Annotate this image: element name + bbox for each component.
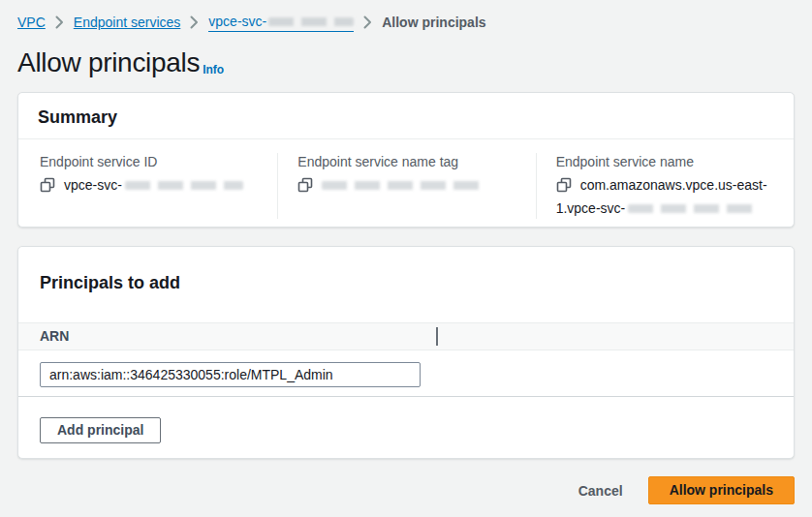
redacted-text <box>322 181 486 190</box>
arn-input[interactable] <box>40 362 421 387</box>
summary-card-header: Summary <box>18 93 794 139</box>
copy-icon[interactable] <box>40 177 55 198</box>
field-value: vpce-svc- <box>40 175 264 198</box>
breadcrumb-link-vpc[interactable]: VPC <box>17 14 46 31</box>
allow-principals-page: VPC Endpoint services vpce-svc- Allow pr… <box>0 0 812 504</box>
field-value-text: vpce-svc- <box>64 177 122 193</box>
arn-column-header-row: ARN <box>18 322 794 350</box>
breadcrumb-link-endpoint-service-id[interactable]: vpce-svc- <box>208 13 354 32</box>
breadcrumb: VPC Endpoint services vpce-svc- Allow pr… <box>17 0 795 32</box>
breadcrumb-service-id-prefix: vpce-svc- <box>208 14 266 29</box>
add-principal-row: Add principal <box>18 397 794 458</box>
breadcrumb-link-endpoint-services[interactable]: Endpoint services <box>74 14 181 31</box>
field-label: Endpoint service name tag <box>297 153 521 170</box>
redacted-text <box>628 204 756 213</box>
field-label: Endpoint service ID <box>40 153 264 170</box>
arn-column-header: ARN <box>40 328 69 344</box>
summary-field-endpoint-service-name: Endpoint service name com.amazonaws.vpce… <box>536 153 794 219</box>
info-link[interactable]: Info <box>203 63 224 76</box>
column-resize-handle[interactable] <box>436 327 438 346</box>
allow-principals-button[interactable]: Allow principals <box>648 476 795 504</box>
chevron-right-icon <box>55 15 64 29</box>
principals-title: Principals to add <box>40 271 772 294</box>
cancel-button[interactable]: Cancel <box>578 483 623 499</box>
principals-card: Principals to add ARN Add principal <box>17 246 795 459</box>
summary-field-endpoint-service-id: Endpoint service ID vpce-svc- <box>18 153 277 219</box>
redacted-text <box>268 17 354 26</box>
copy-icon[interactable] <box>556 177 572 198</box>
copy-icon[interactable] <box>297 177 313 198</box>
summary-title: Summary <box>38 106 774 129</box>
breadcrumb-current: Allow principals <box>382 14 485 31</box>
summary-card: Summary Endpoint service ID vpce-svc- En… <box>17 92 795 228</box>
redacted-text <box>125 181 243 190</box>
field-label: Endpoint service name <box>556 153 780 170</box>
chevron-right-icon <box>363 15 372 29</box>
principals-card-header: Principals to add <box>18 247 794 322</box>
chevron-right-icon <box>190 15 199 29</box>
footer-actions: Cancel Allow principals <box>17 476 795 504</box>
add-principal-button[interactable]: Add principal <box>40 417 161 443</box>
page-title: Allow principals <box>17 46 200 79</box>
arn-input-row <box>18 350 794 396</box>
field-value: com.amazonaws.vpce.us-east-1.vpce-svc- <box>556 175 780 219</box>
field-value <box>297 175 521 198</box>
page-title-row: Allow principals Info <box>17 46 795 79</box>
summary-body: Endpoint service ID vpce-svc- Endpoint s… <box>18 139 794 227</box>
summary-field-endpoint-service-name-tag: Endpoint service name tag <box>277 153 535 219</box>
